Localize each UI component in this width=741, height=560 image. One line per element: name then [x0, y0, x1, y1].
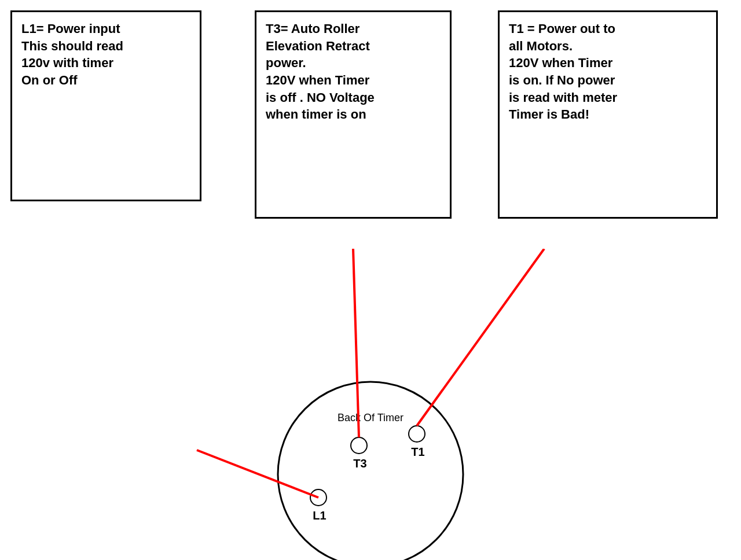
diagram-area: L1 T3 T1 Back Of Timer: [0, 249, 741, 560]
info-box-left: L1= Power input This should read 120v wi…: [10, 10, 201, 201]
info-box-center: T3= Auto Roller Elevation Retract power.…: [255, 10, 452, 219]
box-right-text: T1 = Power out to all Motors. 120V when …: [509, 21, 617, 121]
info-box-right: T1 = Power out to all Motors. 120V when …: [498, 10, 718, 219]
terminal-T3-dot: [351, 437, 367, 454]
terminal-T3-label: T3: [353, 457, 366, 470]
terminal-L1-label: L1: [313, 509, 326, 522]
wiring-diagram: L1 T3 T1 Back Of Timer: [0, 249, 741, 560]
terminal-T1-label: T1: [411, 445, 424, 458]
box-left-text: L1= Power input This should read 120v wi…: [21, 21, 123, 87]
timer-back-circle: [278, 382, 463, 560]
line-to-T1: [417, 249, 544, 426]
back-of-timer-label: Back Of Timer: [338, 412, 403, 423]
terminal-T1-dot: [409, 426, 425, 442]
box-center-text: T3= Auto Roller Elevation Retract power.…: [266, 21, 375, 121]
